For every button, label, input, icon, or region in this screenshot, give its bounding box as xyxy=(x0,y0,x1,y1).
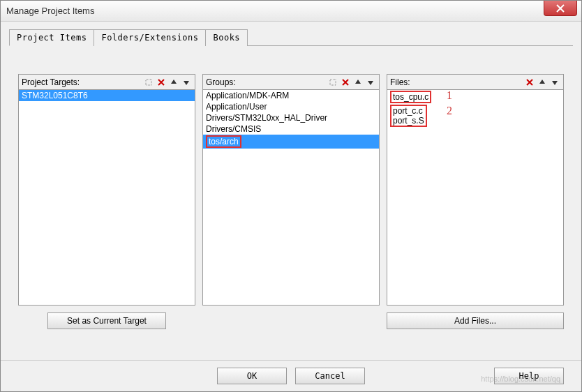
close-button[interactable] xyxy=(544,1,577,16)
tabs: Project Items Folders/Extensions Books xyxy=(9,29,573,46)
annotation-1: 1 xyxy=(447,89,452,102)
targets-title: Project Targets: xyxy=(22,77,80,87)
targets-toolbar xyxy=(143,77,192,88)
tab-project-items[interactable]: Project Items xyxy=(9,29,94,46)
groups-toolbar xyxy=(327,77,376,88)
up-icon[interactable] xyxy=(537,77,548,88)
file-item[interactable]: port_c.cport_s.S xyxy=(387,104,563,128)
files-panel: Files: tos_cpu.c port_c.cport_s.S Add Fi… xyxy=(387,74,564,329)
group-item-label: tos/arch xyxy=(209,137,239,146)
delete-icon[interactable] xyxy=(340,77,351,88)
cancel-button[interactable]: Cancel xyxy=(295,368,365,384)
groups-panel: Groups: Application/MDK-ARM Application/… xyxy=(202,74,380,329)
files-header: Files: xyxy=(387,74,564,89)
groups-title: Groups: xyxy=(206,77,236,87)
down-icon[interactable] xyxy=(365,77,376,88)
delete-icon[interactable] xyxy=(524,77,535,88)
down-icon[interactable] xyxy=(181,77,192,88)
file-item-label: port_s.S xyxy=(393,116,424,126)
tab-container: Project Items Folders/Extensions Books xyxy=(1,22,581,46)
files-title: Files: xyxy=(390,77,410,87)
annotation-2: 2 xyxy=(447,105,452,117)
file-item-label: tos_cpu.c xyxy=(393,92,428,102)
svg-rect-0 xyxy=(146,80,151,85)
ok-button[interactable]: OK xyxy=(217,368,287,384)
set-current-target-button[interactable]: Set as Current Target xyxy=(47,312,166,329)
group-item[interactable]: Drivers/STM32L0xx_HAL_Driver xyxy=(203,112,379,123)
new-icon[interactable] xyxy=(327,77,338,88)
groups-listbox[interactable]: Application/MDK-ARM Application/User Dri… xyxy=(202,89,380,306)
up-icon[interactable] xyxy=(352,77,364,88)
help-button[interactable]: Help xyxy=(494,368,564,384)
file-item-label: port_c.c xyxy=(393,106,423,116)
group-item[interactable]: Drivers/CMSIS xyxy=(203,123,379,135)
up-icon[interactable] xyxy=(168,77,179,88)
close-icon xyxy=(556,4,565,13)
files-listbox[interactable]: tos_cpu.c port_c.cport_s.S xyxy=(387,89,564,306)
project-targets-panel: Project Targets: STM32L051C8T6 Set as Cu… xyxy=(18,74,195,329)
bottom-bar: OK Cancel Help xyxy=(1,360,581,384)
group-item[interactable]: Application/MDK-ARM xyxy=(203,90,379,101)
content-area: Project Targets: STM32L051C8T6 Set as Cu… xyxy=(1,46,581,336)
new-icon[interactable] xyxy=(143,77,154,88)
titlebar: Manage Project Items xyxy=(1,1,581,22)
targets-listbox[interactable]: STM32L051C8T6 xyxy=(18,89,195,306)
groups-header: Groups: xyxy=(202,74,380,89)
manage-project-items-dialog: Manage Project Items Project Items Folde… xyxy=(0,0,582,392)
tab-books[interactable]: Books xyxy=(205,29,248,46)
down-icon[interactable] xyxy=(549,77,560,88)
tab-folders-extensions[interactable]: Folders/Extensions xyxy=(94,29,206,46)
delete-icon[interactable] xyxy=(156,77,167,88)
target-item[interactable]: STM32L051C8T6 xyxy=(19,90,195,101)
group-item[interactable]: Application/User xyxy=(203,101,379,112)
targets-header: Project Targets: xyxy=(18,74,195,89)
window-title: Manage Project Items xyxy=(6,6,94,16)
files-toolbar xyxy=(524,77,560,88)
add-files-button[interactable]: Add Files... xyxy=(387,312,564,329)
group-item-selected[interactable]: tos/arch xyxy=(203,135,379,149)
file-item[interactable]: tos_cpu.c xyxy=(387,90,563,104)
svg-rect-1 xyxy=(330,80,336,85)
